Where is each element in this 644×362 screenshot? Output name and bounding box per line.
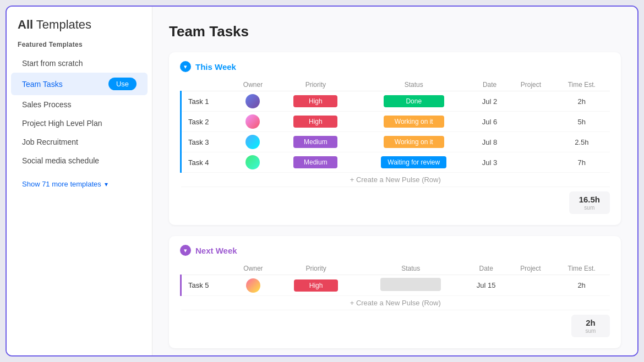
sidebar-item-label: Team Tasks bbox=[22, 80, 63, 89]
task-date: Jul 3 bbox=[471, 152, 508, 173]
task-priority: High bbox=[275, 275, 357, 296]
title-rest: Templates bbox=[33, 18, 91, 31]
next-week-section: ▾ Next Week Owner Priority Status Date P… bbox=[169, 236, 621, 348]
col-status: Status bbox=[356, 79, 471, 91]
task-name: Task 4 bbox=[181, 152, 231, 173]
col-owner: Owner bbox=[231, 262, 275, 275]
this-week-toggle[interactable]: ▾ bbox=[180, 61, 191, 72]
task-status: Done bbox=[356, 91, 471, 112]
create-pulse-label[interactable]: + Create a New Pulse (Row) bbox=[181, 173, 610, 187]
table-row: Task 5 High Jul 15 2h bbox=[181, 275, 610, 296]
use-button[interactable]: Use bbox=[108, 78, 137, 90]
task-priority: Medium bbox=[275, 132, 356, 152]
task-status bbox=[357, 275, 465, 296]
col-task bbox=[181, 262, 232, 275]
task-name: Task 1 bbox=[181, 91, 231, 112]
main-content: Team Tasks ▾ This Week Owner Priority St… bbox=[152, 7, 637, 355]
col-status: Status bbox=[357, 262, 465, 275]
task-owner bbox=[231, 275, 275, 296]
task-status: Working on it bbox=[356, 112, 471, 132]
task-owner bbox=[231, 91, 275, 112]
task-project bbox=[508, 91, 553, 112]
this-week-section: ▾ This Week Owner Priority Status Date P… bbox=[169, 52, 621, 225]
task-name: Task 3 bbox=[181, 132, 231, 152]
this-week-title: This Week bbox=[195, 62, 236, 72]
sum-value: 16.5h bbox=[579, 195, 600, 204]
chevron-down-icon: ▾ bbox=[105, 180, 108, 188]
next-week-header: ▾ Next Week bbox=[180, 245, 610, 256]
show-more-label: Show 71 more templates bbox=[22, 180, 101, 188]
table-row: Task 2 High Working on it Jul 6 5h bbox=[181, 112, 610, 132]
table-row: Task 4 Medium Waiting for review Jul 3 7… bbox=[181, 152, 610, 173]
sidebar-item-job-recruitment[interactable]: Job Recruitment bbox=[11, 133, 148, 151]
task-project bbox=[508, 152, 553, 173]
title-all: All bbox=[18, 18, 33, 31]
task-priority: Medium bbox=[275, 152, 356, 173]
task-date: Jul 8 bbox=[471, 132, 508, 152]
col-owner: Owner bbox=[231, 79, 275, 91]
next-week-toggle[interactable]: ▾ bbox=[180, 245, 191, 256]
sidebar-item-label: Project High Level Plan bbox=[22, 119, 102, 128]
sum-row: 2h sum bbox=[180, 310, 610, 337]
task-time: 2h bbox=[554, 91, 610, 112]
create-pulse-label[interactable]: + Create a New Pulse (Row) bbox=[181, 296, 610, 310]
task-project bbox=[508, 275, 554, 296]
sidebar: All Templates Featured Templates Start f… bbox=[7, 7, 152, 355]
sum-label: sum bbox=[579, 205, 600, 211]
task-name: Task 2 bbox=[181, 112, 231, 132]
task-status: Waiting for review bbox=[356, 152, 471, 173]
col-project: Project bbox=[508, 79, 553, 91]
sum-box: 16.5h sum bbox=[569, 191, 610, 214]
create-pulse-row[interactable]: + Create a New Pulse (Row) bbox=[181, 173, 610, 187]
sidebar-item-social-media[interactable]: Social media schedule bbox=[11, 151, 148, 170]
col-date: Date bbox=[465, 262, 508, 275]
col-priority: Priority bbox=[275, 79, 356, 91]
col-task bbox=[181, 79, 231, 91]
show-more-button[interactable]: Show 71 more templates ▾ bbox=[11, 172, 148, 196]
task-project bbox=[508, 132, 553, 152]
next-week-table: Owner Priority Status Date Project Time … bbox=[180, 262, 610, 310]
col-time-est: Time Est. bbox=[554, 79, 610, 91]
task-owner bbox=[231, 152, 275, 173]
task-date: Jul 6 bbox=[471, 112, 508, 132]
task-time: 5h bbox=[554, 112, 610, 132]
sum-row: 16.5h sum bbox=[180, 187, 610, 214]
sidebar-item-team-tasks[interactable]: Team Tasks Use bbox=[11, 73, 148, 95]
task-name: Task 5 bbox=[181, 275, 232, 296]
sum-label: sum bbox=[581, 328, 600, 334]
this-week-table: Owner Priority Status Date Project Time … bbox=[180, 79, 610, 187]
sum-box: 2h sum bbox=[571, 315, 610, 337]
app-container: All Templates Featured Templates Start f… bbox=[6, 6, 638, 356]
task-owner bbox=[231, 132, 275, 152]
task-time: 2.5h bbox=[554, 132, 610, 152]
sidebar-title: All Templates bbox=[7, 18, 152, 41]
task-project bbox=[508, 112, 553, 132]
page-title: Team Tasks bbox=[169, 23, 621, 40]
task-date: Jul 15 bbox=[465, 275, 508, 296]
task-date: Jul 2 bbox=[471, 91, 508, 112]
col-date: Date bbox=[471, 79, 508, 91]
this-week-header: ▾ This Week bbox=[180, 61, 610, 72]
task-time: 7h bbox=[554, 152, 610, 173]
task-priority: High bbox=[275, 112, 356, 132]
table-row: Task 1 High Done Jul 2 2h bbox=[181, 91, 610, 112]
task-time: 2h bbox=[553, 275, 610, 296]
sidebar-item-label: Job Recruitment bbox=[22, 138, 78, 146]
table-row: Task 3 Medium Working on it Jul 8 2.5h bbox=[181, 132, 610, 152]
task-priority: High bbox=[275, 91, 356, 112]
create-pulse-row[interactable]: + Create a New Pulse (Row) bbox=[181, 296, 610, 310]
sidebar-item-project-high-level[interactable]: Project High Level Plan bbox=[11, 114, 148, 133]
sum-value: 2h bbox=[581, 318, 600, 327]
col-time-est: Time Est. bbox=[553, 262, 610, 275]
col-priority: Priority bbox=[275, 262, 357, 275]
featured-templates-label: Featured Templates bbox=[7, 41, 152, 54]
sidebar-item-label: Social media schedule bbox=[22, 156, 99, 165]
sidebar-item-label: Start from scratch bbox=[22, 59, 83, 68]
sidebar-item-label: Sales Process bbox=[22, 100, 71, 109]
task-status: Working on it bbox=[356, 132, 471, 152]
col-project: Project bbox=[508, 262, 554, 275]
next-week-title: Next Week bbox=[195, 246, 237, 255]
task-owner bbox=[231, 112, 275, 132]
sidebar-item-sales-process[interactable]: Sales Process bbox=[11, 95, 148, 114]
sidebar-item-start-from-scratch[interactable]: Start from scratch bbox=[11, 54, 148, 73]
